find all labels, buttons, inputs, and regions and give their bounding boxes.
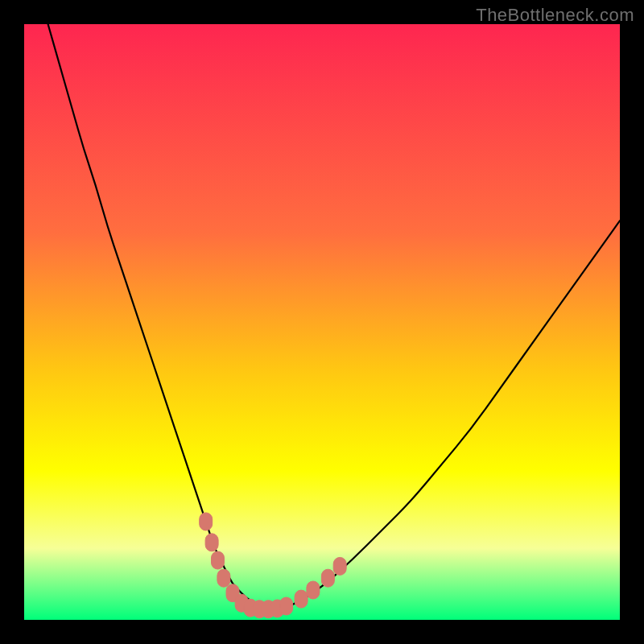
chart-frame: TheBottleneck.com — [0, 0, 644, 644]
curve-marker — [321, 569, 334, 587]
curve-marker — [200, 513, 213, 530]
gradient-rect — [24, 24, 620, 620]
curve-marker — [217, 569, 230, 587]
watermark-text: TheBottleneck.com — [476, 5, 634, 26]
curve-marker — [295, 590, 308, 608]
curve-marker — [307, 581, 320, 599]
curve-marker — [333, 557, 346, 575]
curve-marker — [205, 534, 218, 551]
plot-area — [24, 24, 620, 620]
chart-svg — [24, 24, 620, 620]
curve-marker — [212, 551, 225, 569]
curve-marker — [280, 597, 293, 615]
